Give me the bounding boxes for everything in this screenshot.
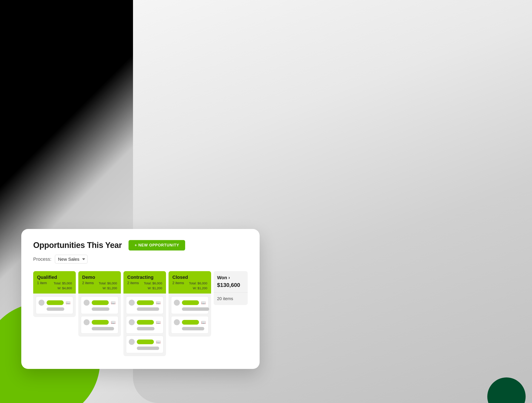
col-count-qualified: 1 item	[37, 281, 47, 285]
opportunities-card: Opportunities This Year + NEW OPPORTUNIT…	[21, 229, 260, 369]
col-totals-contracting: Total: $6,000 W: $1,200	[144, 281, 162, 291]
avatar	[174, 319, 180, 325]
book-icon: 📖	[111, 300, 115, 305]
col-header-qualified: Qualified 1 item Total: $5,000 W: $4,800	[33, 271, 76, 293]
card-header: Opportunities This Year + NEW OPPORTUNIT…	[33, 240, 248, 250]
book-icon: 📖	[156, 339, 161, 344]
opportunity-name-pill	[137, 300, 154, 305]
won-amount: $130,600	[217, 282, 244, 288]
kanban-col-demo: Demo 2 items Total: $6,000 W: $1,200 📖	[78, 271, 121, 337]
col-header-closed: Closed 2 items Total: $6,000 W: $1,200	[169, 271, 211, 293]
opportunity-detail-bar	[137, 327, 154, 330]
process-select[interactable]: New Sales	[55, 255, 88, 263]
col-body-demo: 📖 📖	[78, 293, 121, 337]
opportunity-name-pill	[137, 320, 154, 325]
opportunity-name-pill	[92, 320, 109, 325]
opportunity-detail-bar	[137, 347, 159, 350]
opportunity-detail-bar	[137, 307, 159, 311]
book-icon: 📖	[201, 320, 206, 325]
opportunity-name-pill	[92, 300, 109, 305]
col-header-demo: Demo 2 items Total: $6,000 W: $1,200	[78, 271, 121, 293]
col-count-contracting: 2 items	[127, 281, 139, 285]
opportunity-detail-bar	[47, 307, 64, 311]
book-icon: 📖	[66, 300, 70, 305]
kanban-col-qualified: Qualified 1 item Total: $5,000 W: $4,800…	[33, 271, 76, 317]
kanban-card[interactable]: 📖	[171, 316, 209, 334]
col-meta-closed: 2 items Total: $6,000 W: $1,200	[172, 281, 207, 291]
opportunity-name-pill	[47, 300, 64, 305]
kanban-card[interactable]: 📖	[126, 336, 164, 353]
avatar	[38, 300, 44, 306]
col-header-won: Won › $130,600	[214, 271, 248, 292]
book-icon: 📖	[156, 320, 161, 325]
kanban-card[interactable]: 📖	[126, 297, 164, 314]
new-opportunity-button[interactable]: + NEW OPPORTUNITY	[128, 240, 185, 250]
col-totals-demo: Total: $6,000 W: $1,200	[99, 281, 117, 291]
col-body-qualified: 📖	[33, 293, 76, 317]
kanban-board: Qualified 1 item Total: $5,000 W: $4,800…	[33, 271, 248, 356]
col-body-closed: 📖 📖	[169, 293, 211, 337]
kanban-col-closed: Closed 2 items Total: $6,000 W: $1,200 📖	[169, 271, 211, 337]
col-meta-qualified: 1 item Total: $5,000 W: $4,800	[37, 281, 72, 291]
won-items-count: 20 items	[214, 292, 248, 305]
opportunity-detail-bar	[92, 307, 109, 311]
kanban-card[interactable]: 📖	[81, 316, 118, 334]
col-body-contracting: 📖 📖 📖	[123, 293, 166, 356]
col-title-qualified: Qualified	[37, 274, 72, 280]
opportunity-detail-bar	[182, 327, 204, 330]
opportunity-name-pill	[182, 320, 199, 325]
card-title: Opportunities This Year	[33, 241, 122, 250]
col-count-demo: 2 items	[82, 281, 94, 285]
avatar	[174, 300, 180, 306]
avatar	[129, 300, 135, 306]
col-title-won[interactable]: Won ›	[217, 275, 244, 280]
avatar	[129, 339, 135, 345]
kanban-card[interactable]: 📖	[81, 297, 118, 314]
kanban-card[interactable]: 📖	[36, 297, 73, 314]
col-title-contracting: Contracting	[127, 274, 162, 280]
kanban-col-contracting: Contracting 2 items Total: $6,000 W: $1,…	[123, 271, 166, 356]
avatar	[129, 319, 135, 325]
kanban-col-won: Won › $130,600 20 items	[214, 271, 248, 305]
kanban-card[interactable]: 📖	[126, 316, 164, 334]
opportunity-name-pill	[137, 339, 154, 344]
opportunity-detail-bar	[182, 307, 209, 311]
col-meta-contracting: 2 items Total: $6,000 W: $1,200	[127, 281, 162, 291]
process-label: Process:	[33, 256, 51, 262]
kanban-card[interactable]: 📖	[171, 297, 209, 314]
col-meta-demo: 2 items Total: $6,000 W: $1,200	[82, 281, 117, 291]
book-icon: 📖	[201, 300, 206, 305]
process-row: Process: New Sales	[33, 255, 248, 263]
col-header-contracting: Contracting 2 items Total: $6,000 W: $1,…	[123, 271, 166, 293]
col-count-closed: 2 items	[172, 281, 184, 285]
col-title-demo: Demo	[82, 274, 117, 280]
col-totals-closed: Total: $6,000 W: $1,200	[189, 281, 207, 291]
avatar	[84, 319, 90, 325]
book-icon: 📖	[111, 320, 115, 325]
col-title-closed: Closed	[172, 274, 207, 280]
avatar	[84, 300, 90, 306]
opportunity-detail-bar	[92, 327, 114, 330]
opportunity-name-pill	[182, 300, 199, 305]
col-totals-qualified: Total: $5,000 W: $4,800	[54, 281, 72, 291]
book-icon: 📖	[156, 300, 161, 305]
